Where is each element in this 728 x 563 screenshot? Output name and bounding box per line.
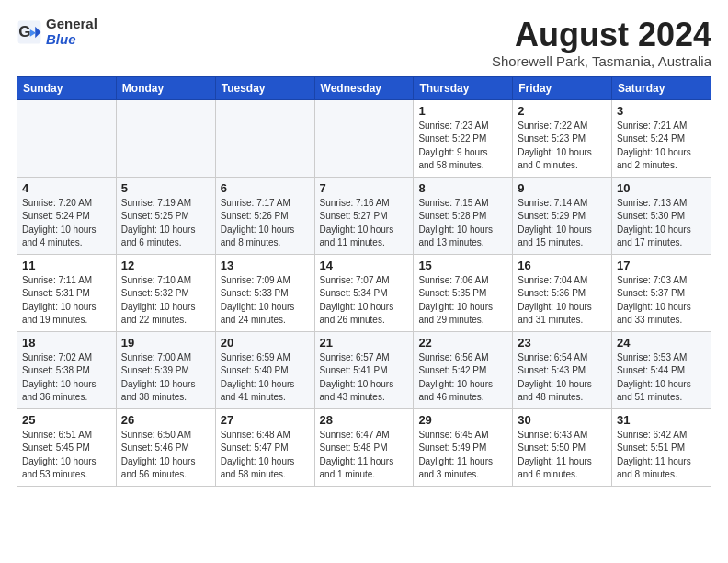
calendar-cell [116, 99, 215, 177]
page: G General Blue August 2024 Shorewell Par… [0, 0, 728, 563]
logo-icon: G [17, 19, 42, 45]
weekday-header-thursday: Thursday [414, 76, 513, 99]
calendar-cell: 28Sunrise: 6:47 AMSunset: 5:48 PMDayligh… [314, 408, 414, 486]
day-number: 5 [121, 181, 210, 195]
main-title: August 2024 [492, 17, 711, 53]
calendar-cell: 10Sunrise: 7:13 AMSunset: 5:30 PMDayligh… [612, 177, 711, 254]
calendar-cell: 30Sunrise: 6:43 AMSunset: 5:50 PMDayligh… [513, 408, 612, 486]
subtitle: Shorewell Park, Tasmania, Australia [492, 53, 711, 69]
calendar-cell [215, 99, 314, 177]
day-info: Sunrise: 7:16 AMSunset: 5:27 PMDaylight:… [320, 197, 409, 250]
calendar-cell: 14Sunrise: 7:07 AMSunset: 5:34 PMDayligh… [314, 254, 414, 331]
day-number: 6 [221, 181, 310, 195]
day-number: 17 [617, 259, 706, 272]
day-number: 22 [418, 336, 507, 350]
day-number: 9 [518, 181, 607, 195]
calendar-cell: 26Sunrise: 6:50 AMSunset: 5:46 PMDayligh… [116, 408, 215, 486]
day-number: 28 [320, 413, 409, 427]
day-number: 2 [518, 104, 607, 118]
day-number: 20 [221, 336, 310, 350]
calendar-table: SundayMondayTuesdayWednesdayThursdayFrid… [17, 76, 711, 487]
day-info: Sunrise: 6:53 AMSunset: 5:44 PMDaylight:… [617, 351, 706, 405]
day-info: Sunrise: 7:15 AMSunset: 5:28 PMDaylight:… [418, 197, 507, 250]
calendar-cell: 16Sunrise: 7:04 AMSunset: 5:36 PMDayligh… [513, 254, 612, 331]
day-number: 31 [617, 413, 706, 427]
day-number: 7 [320, 181, 409, 195]
day-info: Sunrise: 6:56 AMSunset: 5:42 PMDaylight:… [418, 351, 507, 405]
calendar-cell: 24Sunrise: 6:53 AMSunset: 5:44 PMDayligh… [612, 331, 711, 408]
day-info: Sunrise: 7:20 AMSunset: 5:24 PMDaylight:… [22, 197, 111, 250]
calendar-cell: 19Sunrise: 7:00 AMSunset: 5:39 PMDayligh… [116, 331, 215, 408]
day-number: 10 [617, 181, 706, 195]
weekday-header-tuesday: Tuesday [215, 76, 314, 99]
weekday-header-friday: Friday [513, 76, 612, 99]
day-info: Sunrise: 7:04 AMSunset: 5:36 PMDaylight:… [518, 274, 607, 327]
day-info: Sunrise: 7:00 AMSunset: 5:39 PMDaylight:… [121, 351, 210, 405]
calendar-cell: 29Sunrise: 6:45 AMSunset: 5:49 PMDayligh… [414, 408, 513, 486]
day-info: Sunrise: 7:13 AMSunset: 5:30 PMDaylight:… [617, 197, 706, 250]
day-number: 4 [22, 181, 111, 195]
week-row-4: 18Sunrise: 7:02 AMSunset: 5:38 PMDayligh… [17, 331, 711, 408]
calendar-cell: 7Sunrise: 7:16 AMSunset: 5:27 PMDaylight… [314, 177, 414, 254]
day-info: Sunrise: 7:10 AMSunset: 5:32 PMDaylight:… [121, 274, 210, 327]
day-info: Sunrise: 6:54 AMSunset: 5:43 PMDaylight:… [518, 351, 607, 405]
calendar-cell: 22Sunrise: 6:56 AMSunset: 5:42 PMDayligh… [414, 331, 513, 408]
day-info: Sunrise: 7:03 AMSunset: 5:37 PMDaylight:… [617, 274, 706, 327]
day-info: Sunrise: 7:11 AMSunset: 5:31 PMDaylight:… [22, 274, 111, 327]
svg-text:G: G [18, 22, 30, 40]
day-info: Sunrise: 6:42 AMSunset: 5:51 PMDaylight:… [617, 429, 706, 482]
logo-blue: Blue [46, 31, 76, 47]
header: G General Blue August 2024 Shorewell Par… [17, 17, 711, 69]
day-number: 8 [418, 181, 507, 195]
calendar-cell [17, 99, 117, 177]
day-number: 26 [121, 413, 210, 427]
calendar-cell: 31Sunrise: 6:42 AMSunset: 5:51 PMDayligh… [612, 408, 711, 486]
day-number: 1 [418, 104, 507, 118]
day-info: Sunrise: 6:45 AMSunset: 5:49 PMDaylight:… [418, 429, 507, 482]
day-number: 19 [121, 336, 210, 350]
day-number: 16 [518, 259, 607, 272]
logo-general: General [46, 16, 97, 31]
calendar-cell [314, 99, 414, 177]
day-number: 21 [320, 336, 409, 350]
weekday-header-row: SundayMondayTuesdayWednesdayThursdayFrid… [17, 76, 711, 99]
day-info: Sunrise: 6:59 AMSunset: 5:40 PMDaylight:… [221, 351, 310, 405]
calendar-cell: 2Sunrise: 7:22 AMSunset: 5:23 PMDaylight… [513, 99, 612, 177]
week-row-5: 25Sunrise: 6:51 AMSunset: 5:45 PMDayligh… [17, 408, 711, 486]
calendar-cell: 5Sunrise: 7:19 AMSunset: 5:25 PMDaylight… [116, 177, 215, 254]
day-info: Sunrise: 6:51 AMSunset: 5:45 PMDaylight:… [22, 429, 111, 482]
day-info: Sunrise: 7:06 AMSunset: 5:35 PMDaylight:… [418, 274, 507, 327]
day-info: Sunrise: 7:07 AMSunset: 5:34 PMDaylight:… [320, 274, 409, 327]
day-number: 29 [418, 413, 507, 427]
day-info: Sunrise: 6:48 AMSunset: 5:47 PMDaylight:… [221, 429, 310, 482]
calendar-cell: 11Sunrise: 7:11 AMSunset: 5:31 PMDayligh… [17, 254, 117, 331]
calendar-cell: 4Sunrise: 7:20 AMSunset: 5:24 PMDaylight… [17, 177, 117, 254]
day-number: 13 [221, 259, 310, 272]
day-number: 11 [22, 259, 111, 272]
day-number: 27 [221, 413, 310, 427]
logo: G General Blue [17, 17, 97, 47]
calendar-cell: 20Sunrise: 6:59 AMSunset: 5:40 PMDayligh… [215, 331, 314, 408]
day-info: Sunrise: 6:50 AMSunset: 5:46 PMDaylight:… [121, 429, 210, 482]
day-info: Sunrise: 7:14 AMSunset: 5:29 PMDaylight:… [518, 197, 607, 250]
calendar-cell: 1Sunrise: 7:23 AMSunset: 5:22 PMDaylight… [414, 99, 513, 177]
weekday-header-saturday: Saturday [612, 76, 711, 99]
day-number: 18 [22, 336, 111, 350]
calendar-cell: 21Sunrise: 6:57 AMSunset: 5:41 PMDayligh… [314, 331, 414, 408]
calendar-cell: 3Sunrise: 7:21 AMSunset: 5:24 PMDaylight… [612, 99, 711, 177]
day-number: 30 [518, 413, 607, 427]
calendar-cell: 15Sunrise: 7:06 AMSunset: 5:35 PMDayligh… [414, 254, 513, 331]
weekday-header-wednesday: Wednesday [314, 76, 414, 99]
day-info: Sunrise: 7:09 AMSunset: 5:33 PMDaylight:… [221, 274, 310, 327]
calendar-cell: 12Sunrise: 7:10 AMSunset: 5:32 PMDayligh… [116, 254, 215, 331]
day-number: 3 [617, 104, 706, 118]
title-block: August 2024 Shorewell Park, Tasmania, Au… [492, 17, 711, 69]
weekday-header-monday: Monday [116, 76, 215, 99]
day-number: 25 [22, 413, 111, 427]
day-info: Sunrise: 6:43 AMSunset: 5:50 PMDaylight:… [518, 429, 607, 482]
calendar-cell: 27Sunrise: 6:48 AMSunset: 5:47 PMDayligh… [215, 408, 314, 486]
calendar-cell: 18Sunrise: 7:02 AMSunset: 5:38 PMDayligh… [17, 331, 117, 408]
day-number: 12 [121, 259, 210, 272]
calendar-cell: 8Sunrise: 7:15 AMSunset: 5:28 PMDaylight… [414, 177, 513, 254]
week-row-2: 4Sunrise: 7:20 AMSunset: 5:24 PMDaylight… [17, 177, 711, 254]
